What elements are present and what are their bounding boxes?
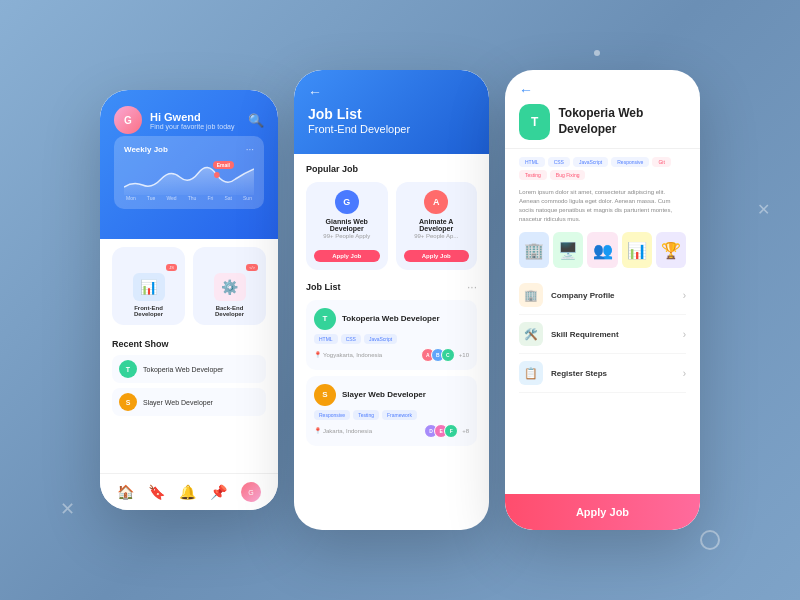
day-mon: Mon <box>126 195 136 201</box>
day-wed: Wed <box>166 195 176 201</box>
nav-home-icon[interactable]: 🏠 <box>117 484 134 500</box>
p3-body: HTML CSS JavaScript Responsive Git Testi… <box>505 149 700 443</box>
p3-company-logo: T <box>519 104 550 140</box>
p1-user-avatar: G <box>114 106 142 134</box>
p3-description: Lorem ipsum dolor sit amet, consectetur … <box>519 188 686 224</box>
p1-weekly-chart: Weekly Job ··· <box>114 136 264 209</box>
p2-tags-1: Responsive Testing Framework <box>314 410 469 420</box>
p2-tag-js: JavaScript <box>364 334 397 344</box>
p1-email-badge: Email <box>213 161 234 169</box>
p3-company-row: T Tokoperia Web Developer <box>519 104 686 140</box>
p1-cards: JS 📊 Front-End Developer </> ⚙️ Back-End… <box>100 239 278 333</box>
p3-info-chevron-2: › <box>683 368 686 379</box>
p2-body: Popular Job G Giannis Web Developer 99+ … <box>294 154 489 462</box>
p2-popular-card-1[interactable]: A Animate A Developer 99+ People Ap... A… <box>396 182 478 270</box>
p3-tag-responsive[interactable]: Responsive <box>611 157 649 167</box>
p2-header: ← Job List Front-End Developer <box>294 70 489 154</box>
p1-recent-item-0[interactable]: T Tokoperia Web Developer <box>112 355 266 383</box>
phones-wrapper: G Hi Gwend Find your favorite job today … <box>100 70 700 530</box>
p2-pop-count-1: 99+ People Ap... <box>404 233 470 239</box>
p2-ji-logo-1: S <box>314 384 336 406</box>
phone2: ← Job List Front-End Developer Popular J… <box>294 70 489 530</box>
p1-ri-avatar-1: S <box>119 393 137 411</box>
deco-dot <box>594 50 600 56</box>
p1-recent-title: Recent Show <box>112 339 266 349</box>
p3-register-icon: 📋 <box>519 361 543 385</box>
p3-register-label: Register Steps <box>551 369 607 378</box>
p2-title: Job List <box>308 106 475 123</box>
p2-pop-name-1: Animate A Developer <box>404 218 470 232</box>
p3-skill-tags: HTML CSS JavaScript Responsive Git Testi… <box>519 157 686 180</box>
p3-tag-testing[interactable]: Testing <box>519 170 547 180</box>
p2-ji-name-0: Tokoperia Web Developer <box>342 314 440 323</box>
p1-frontend-badge: JS <box>166 264 177 271</box>
p2-apply-btn-0[interactable]: Apply Job <box>314 250 380 262</box>
phone3: ← T Tokoperia Web Developer HTML CSS Jav… <box>505 70 700 530</box>
p3-tag-html[interactable]: HTML <box>519 157 545 167</box>
p3-tag-css[interactable]: CSS <box>548 157 570 167</box>
p2-job-item-1[interactable]: S Slayer Web Developer Responsive Testin… <box>306 376 477 446</box>
p1-weekly-menu[interactable]: ··· <box>246 144 254 155</box>
p3-skill-req-label: Skill Requirement <box>551 330 619 339</box>
p2-ji-bottom-0: 📍 Yogyakarta, Indonesia A B C +10 <box>314 348 469 362</box>
p2-location-0: 📍 Yogyakarta, Indonesia <box>314 351 382 358</box>
svg-point-0 <box>214 172 220 178</box>
p2-popular-title: Popular Job <box>306 164 477 174</box>
p1-weekly-title: Weekly Job <box>124 145 168 154</box>
apply-job-button[interactable]: Apply Job <box>505 494 700 530</box>
p3-header: ← T Tokoperia Web Developer <box>505 70 700 149</box>
p2-back-button[interactable]: ← <box>308 84 475 100</box>
p3-photo-2: 👥 <box>587 232 617 268</box>
p2-apply-btn-1[interactable]: Apply Job <box>404 250 470 262</box>
p3-photo-4: 🏆 <box>656 232 686 268</box>
p2-pop-name-0: Giannis Web Developer <box>314 218 380 232</box>
p1-frontend-label: Front-End Developer <box>120 305 177 317</box>
p2-count-0: +10 <box>459 352 469 358</box>
p3-info-register[interactable]: 📋 Register Steps › <box>519 354 686 393</box>
p3-info-company[interactable]: 🏢 Company Profile › <box>519 276 686 315</box>
search-icon[interactable]: 🔍 <box>248 113 264 128</box>
p2-count-1: +8 <box>462 428 469 434</box>
p1-greeting: Hi Gwend <box>150 111 248 123</box>
p2-tag-responsive: Responsive <box>314 410 350 420</box>
p3-tag-js[interactable]: JavaScript <box>573 157 608 167</box>
p2-joblist-title: Job List <box>306 282 341 292</box>
p1-card-backend[interactable]: </> ⚙️ Back-End Developer <box>193 247 266 325</box>
p3-tag-git[interactable]: Git <box>652 157 670 167</box>
p1-backend-label: Back-End Developer <box>201 305 258 317</box>
p1-backend-badge: </> <box>246 264 258 271</box>
nav-avatar[interactable]: G <box>241 482 261 502</box>
nav-bell-icon[interactable]: 🔔 <box>179 484 196 500</box>
p2-pop-logo-1: A <box>424 190 448 214</box>
p2-ji-avatars-1: D E F +8 <box>428 424 469 438</box>
p3-info-chevron-0: › <box>683 290 686 301</box>
p1-ri-name-0: Tokoperia Web Developer <box>143 366 223 373</box>
p1-backend-icon: ⚙️ <box>214 273 246 301</box>
p2-joblist-menu[interactable]: ··· <box>467 280 477 294</box>
p2-subtitle: Front-End Developer <box>308 123 475 136</box>
p3-tag-bugfix[interactable]: Bug Fixing <box>550 170 586 180</box>
p2-ji-name-1: Slayer Web Developer <box>342 390 426 399</box>
p2-popular-row: G Giannis Web Developer 99+ People Apply… <box>306 182 477 270</box>
p2-tag-testing: Testing <box>353 410 379 420</box>
p1-header: G Hi Gwend Find your favorite job today … <box>100 90 278 239</box>
p1-recent-item-1[interactable]: S Slayer Web Developer <box>112 388 266 416</box>
p2-pop-count-0: 99+ People Apply <box>314 233 380 239</box>
p1-user-info: Hi Gwend Find your favorite job today <box>150 111 248 130</box>
p3-photo-1: 🖥️ <box>553 232 583 268</box>
nav-bookmark-icon[interactable]: 🔖 <box>148 484 165 500</box>
p2-tag-html: HTML <box>314 334 338 344</box>
p3-photos: 🏢 🖥️ 👥 📊 🏆 <box>519 232 686 268</box>
nav-pin-icon[interactable]: 📌 <box>210 484 227 500</box>
p1-chart: Email <box>124 159 254 195</box>
p3-skill-req-icon: 🛠️ <box>519 322 543 346</box>
p3-info-skill[interactable]: 🛠️ Skill Requirement › <box>519 315 686 354</box>
p2-ji-top-0: T Tokoperia Web Developer <box>314 308 469 330</box>
p2-popular-card-0[interactable]: G Giannis Web Developer 99+ People Apply… <box>306 182 388 270</box>
p1-ri-avatar-0: T <box>119 360 137 378</box>
p2-joblist-header: Job List ··· <box>306 280 477 294</box>
p1-card-frontend[interactable]: JS 📊 Front-End Developer <box>112 247 185 325</box>
deco-circle <box>700 530 720 550</box>
p3-back-button[interactable]: ← <box>519 82 686 98</box>
p2-job-item-0[interactable]: T Tokoperia Web Developer HTML CSS JavaS… <box>306 300 477 370</box>
